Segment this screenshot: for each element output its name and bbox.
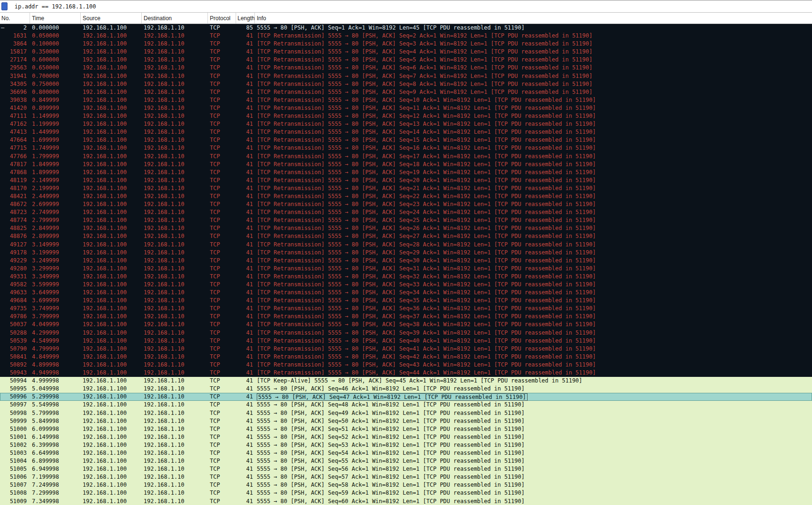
packet-row[interactable]: 41420 0.899999 192.168.1.100 192.168.1.1…: [0, 104, 812, 112]
packet-row[interactable]: 48825 2.849999 192.168.1.100 192.168.1.1…: [0, 224, 812, 232]
packet-row[interactable]: 49786 3.799999 192.168.1.100 192.168.1.1…: [0, 313, 812, 321]
packet-row[interactable]: 50999 5.849998 192.168.1.100 192.168.1.1…: [0, 417, 812, 425]
packet-info: [TCP Retransmission] 5555 → 80 [PSH, ACK…: [255, 208, 812, 216]
filter-expression-input[interactable]: ip.addr == 192.168.1.100: [15, 3, 96, 10]
packet-no: 50790: [0, 345, 30, 353]
packet-row[interactable]: 36696 0.800000 192.168.1.100 192.168.1.1…: [0, 88, 812, 96]
packet-row[interactable]: 49331 3.349999 192.168.1.100 192.168.1.1…: [0, 273, 812, 281]
packet-row[interactable]: 50998 5.799998 192.168.1.100 192.168.1.1…: [0, 409, 812, 417]
packet-no: 51003: [0, 449, 30, 457]
packet-length: 41: [236, 64, 255, 72]
wireshark-window: ip.addr == 192.168.1.100 No. Time Source…: [0, 0, 812, 505]
packet-row[interactable]: 51005 6.949998 192.168.1.100 192.168.1.1…: [0, 465, 812, 473]
packet-protocol: TCP: [208, 353, 236, 361]
packet-no: 48723: [0, 208, 30, 216]
packet-row[interactable]: 51001 6.149998 192.168.1.100 192.168.1.1…: [0, 433, 812, 441]
packet-row[interactable]: 15817 0.350000 192.168.1.100 192.168.1.1…: [0, 48, 812, 56]
packet-row[interactable]: 48119 2.149999 192.168.1.100 192.168.1.1…: [0, 176, 812, 184]
packet-info: [TCP Retransmission] 5555 → 80 [PSH, ACK…: [255, 153, 812, 161]
packet-protocol: TCP: [208, 441, 236, 449]
packet-row[interactable]: 47413 1.449999 192.168.1.100 192.168.1.1…: [0, 128, 812, 136]
packet-protocol: TCP: [208, 449, 236, 457]
packet-row[interactable]: 1631 0.050000 192.168.1.100 192.168.1.10…: [0, 32, 812, 40]
packet-source: 192.168.1.100: [81, 161, 142, 168]
packet-no: 49127: [0, 241, 30, 249]
packet-row[interactable]: 48170 2.199999 192.168.1.100 192.168.1.1…: [0, 184, 812, 192]
packet-row[interactable]: 50790 4.799999 192.168.1.100 192.168.1.1…: [0, 345, 812, 353]
column-header-proto[interactable]: Protocol: [208, 13, 236, 23]
packet-info: [TCP Retransmission] 5555 → 80 [PSH, ACK…: [255, 161, 812, 168]
column-header-len[interactable]: Length: [236, 13, 255, 23]
packet-row[interactable]: 50994 4.999998 192.168.1.100 192.168.1.1…: [0, 377, 812, 385]
packet-row[interactable]: 47817 1.849999 192.168.1.100 192.168.1.1…: [0, 161, 812, 168]
packet-row[interactable]: 51004 6.899998 192.168.1.100 192.168.1.1…: [0, 457, 812, 465]
packet-row[interactable]: 51003 6.649998 192.168.1.100 192.168.1.1…: [0, 449, 812, 457]
packet-row[interactable]: 2 0.000000 192.168.1.100 192.168.1.10 TC…: [0, 24, 812, 32]
packet-row[interactable]: 29563 0.650000 192.168.1.100 192.168.1.1…: [0, 64, 812, 72]
packet-row[interactable]: 47715 1.749999 192.168.1.100 192.168.1.1…: [0, 144, 812, 152]
packet-row[interactable]: 48723 2.749999 192.168.1.100 192.168.1.1…: [0, 208, 812, 216]
packet-row[interactable]: 47766 1.799999 192.168.1.100 192.168.1.1…: [0, 153, 812, 161]
packet-row[interactable]: 51007 7.249998 192.168.1.100 192.168.1.1…: [0, 481, 812, 489]
packet-length: 41: [236, 200, 255, 208]
packet-protocol: TCP: [208, 481, 236, 489]
packet-list[interactable]: 2 0.000000 192.168.1.100 192.168.1.10 TC…: [0, 24, 812, 505]
packet-row[interactable]: 50996 5.299998 192.168.1.100 192.168.1.1…: [0, 393, 812, 401]
packet-row[interactable]: 49127 3.149999 192.168.1.100 192.168.1.1…: [0, 241, 812, 249]
column-header-no[interactable]: No.: [0, 13, 30, 23]
packet-row[interactable]: 47111 1.149999 192.168.1.100 192.168.1.1…: [0, 112, 812, 120]
packet-row[interactable]: 49280 3.299999 192.168.1.100 192.168.1.1…: [0, 265, 812, 273]
packet-row[interactable]: 47162 1.199999 192.168.1.100 192.168.1.1…: [0, 120, 812, 128]
packet-source: 192.168.1.100: [81, 337, 142, 345]
packet-row[interactable]: 50841 4.849999 192.168.1.100 192.168.1.1…: [0, 353, 812, 361]
packet-row[interactable]: 47868 1.899999 192.168.1.100 192.168.1.1…: [0, 168, 812, 176]
packet-row[interactable]: 39038 0.849999 192.168.1.100 192.168.1.1…: [0, 96, 812, 104]
packet-row[interactable]: 49684 3.699999 192.168.1.100 192.168.1.1…: [0, 297, 812, 305]
packet-no: 34305: [0, 80, 30, 88]
packet-row[interactable]: 49178 3.199999 192.168.1.100 192.168.1.1…: [0, 249, 812, 257]
packet-row[interactable]: 48421 2.449999 192.168.1.100 192.168.1.1…: [0, 192, 812, 200]
packet-row[interactable]: 31941 0.700000 192.168.1.100 192.168.1.1…: [0, 72, 812, 80]
packet-protocol: TCP: [208, 184, 236, 192]
packet-row[interactable]: 50037 4.049999 192.168.1.100 192.168.1.1…: [0, 321, 812, 329]
filter-bookmark-icon[interactable]: [1, 2, 8, 10]
packet-row[interactable]: 3864 0.100000 192.168.1.100 192.168.1.10…: [0, 40, 812, 48]
column-header-dst[interactable]: Destination: [142, 13, 208, 23]
column-header-time[interactable]: Time: [30, 13, 81, 23]
packet-row[interactable]: 49633 3.649999 192.168.1.100 192.168.1.1…: [0, 289, 812, 297]
packet-row[interactable]: 49735 3.749999 192.168.1.100 192.168.1.1…: [0, 305, 812, 313]
packet-time: 0.050000: [30, 32, 81, 40]
packet-row[interactable]: 50539 4.549999 192.168.1.100 192.168.1.1…: [0, 337, 812, 345]
packet-row[interactable]: 49229 3.249999 192.168.1.100 192.168.1.1…: [0, 257, 812, 265]
packet-row[interactable]: 51002 6.399998 192.168.1.100 192.168.1.1…: [0, 441, 812, 449]
packet-length: 41: [236, 345, 255, 353]
packet-row[interactable]: 51006 7.199998 192.168.1.100 192.168.1.1…: [0, 473, 812, 481]
packet-row[interactable]: 49582 3.599999 192.168.1.100 192.168.1.1…: [0, 281, 812, 289]
packet-row[interactable]: 51000 6.099998 192.168.1.100 192.168.1.1…: [0, 425, 812, 433]
packet-length: 41: [236, 369, 255, 377]
packet-info: [TCP Retransmission] 5555 → 80 [PSH, ACK…: [255, 192, 812, 200]
packet-row[interactable]: 47664 1.699999 192.168.1.100 192.168.1.1…: [0, 136, 812, 144]
packet-protocol: TCP: [208, 72, 236, 80]
packet-source: 192.168.1.100: [81, 481, 142, 489]
packet-row[interactable]: 50288 4.299999 192.168.1.100 192.168.1.1…: [0, 329, 812, 337]
packet-row[interactable]: 50943 4.949998 192.168.1.100 192.168.1.1…: [0, 369, 812, 377]
packet-protocol: TCP: [208, 489, 236, 497]
packet-row[interactable]: 34305 0.750000 192.168.1.100 192.168.1.1…: [0, 80, 812, 88]
packet-length: 41: [236, 40, 255, 48]
packet-row[interactable]: 48876 2.899999 192.168.1.100 192.168.1.1…: [0, 232, 812, 240]
packet-destination: 192.168.1.10: [142, 409, 208, 417]
packet-row[interactable]: 51008 7.299998 192.168.1.100 192.168.1.1…: [0, 489, 812, 497]
column-header-src[interactable]: Source: [81, 13, 142, 23]
packet-no: 51004: [0, 457, 30, 465]
packet-row[interactable]: 50997 5.549998 192.168.1.100 192.168.1.1…: [0, 401, 812, 409]
packet-row[interactable]: 51009 7.349998 192.168.1.100 192.168.1.1…: [0, 497, 812, 505]
packet-row[interactable]: 50995 5.049998 192.168.1.100 192.168.1.1…: [0, 385, 812, 393]
packet-row[interactable]: 50892 4.899998 192.168.1.100 192.168.1.1…: [0, 361, 812, 369]
packet-length: 41: [236, 441, 255, 449]
packet-row[interactable]: 27174 0.600000 192.168.1.100 192.168.1.1…: [0, 56, 812, 64]
packet-length: 41: [236, 176, 255, 184]
column-header-info[interactable]: Info: [255, 13, 812, 23]
packet-row[interactable]: 48774 2.799999 192.168.1.100 192.168.1.1…: [0, 216, 812, 224]
packet-row[interactable]: 48672 2.699999 192.168.1.100 192.168.1.1…: [0, 200, 812, 208]
